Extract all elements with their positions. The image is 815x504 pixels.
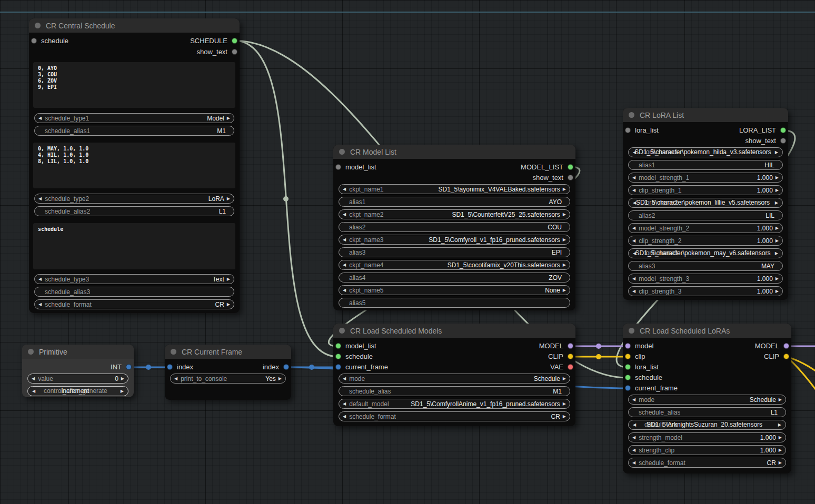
input-slot-dot-current_frame[interactable]	[625, 385, 631, 391]
output-slot-LORA_LIST[interactable]: LORA_LIST	[739, 125, 786, 135]
widget-model_strength_3[interactable]: ◀model_strength_31.000▶	[628, 274, 783, 284]
combo-right-arrow-icon[interactable]: ▶	[563, 286, 566, 295]
combo-right-arrow-icon[interactable]: ▶	[227, 300, 230, 309]
combo-right-arrow-icon[interactable]: ▶	[563, 374, 566, 383]
combo-right-arrow-icon[interactable]: ▶	[121, 387, 124, 396]
node-cr-load-scheduled-models[interactable]: CR Load Scheduled Modelsmodel_listschedu…	[333, 324, 575, 426]
combo-left-arrow-icon[interactable]: ◀	[632, 446, 635, 455]
node-primitive[interactable]: PrimitiveINT◀value0▶◀control_after_gener…	[22, 345, 134, 397]
widget-schedule_format[interactable]: ◀schedule_formatCR▶	[34, 299, 234, 309]
widget-strength_model[interactable]: ◀strength_model1.000▶	[628, 432, 786, 442]
node-collapse-dot[interactable]	[28, 349, 34, 355]
output-slot-CLIP[interactable]: CLIP	[548, 351, 573, 361]
widget-schedule_alias[interactable]: schedule_aliasL1	[628, 407, 786, 417]
input-slot-model_list[interactable]: model_list	[335, 162, 376, 172]
output-slot-dot-INT[interactable]	[126, 364, 132, 370]
output-slot-show_text[interactable]: show_text	[745, 135, 786, 146]
output-slot-MODEL[interactable]: MODEL	[539, 340, 573, 351]
widget-model_strength_2[interactable]: ◀model_strength_21.000▶	[628, 223, 783, 233]
input-slot-dot-model_list[interactable]	[335, 164, 341, 170]
combo-left-arrow-icon[interactable]: ◀	[343, 399, 346, 408]
combo-left-arrow-icon[interactable]: ◀	[633, 420, 636, 429]
node-cr-central-schedule[interactable]: CR Central SchedulescheduleSCHEDULEshow_…	[29, 18, 240, 313]
widget-alias5[interactable]: alias5	[339, 298, 570, 308]
widget-schedule_format[interactable]: ◀schedule_formatCR▶	[339, 411, 570, 421]
widget-clip_strength_3[interactable]: ◀clip_strength_31.000▶	[628, 286, 783, 296]
combo-left-arrow-icon[interactable]: ◀	[38, 300, 42, 309]
combo-left-arrow-icon[interactable]: ◀	[632, 173, 635, 182]
node-title-bar[interactable]: CR Central Schedule	[29, 18, 240, 33]
combo-right-arrow-icon[interactable]: ▶	[563, 185, 566, 194]
combo-right-arrow-icon[interactable]: ▶	[227, 114, 230, 123]
widget-alias2[interactable]: alias2COU	[339, 222, 570, 232]
output-slot-dot-CLIP[interactable]	[568, 354, 573, 359]
widget-ckpt_name3[interactable]: ◀ckpt_name3SD1_5\Comfyroll_v1_fp16_prune…	[339, 235, 570, 245]
widget-alias3[interactable]: alias3MAY	[628, 261, 783, 271]
combo-right-arrow-icon[interactable]: ▶	[563, 210, 566, 219]
combo-left-arrow-icon[interactable]: ◀	[343, 185, 346, 194]
combo-right-arrow-icon[interactable]: ▶	[563, 235, 566, 244]
combo-left-arrow-icon[interactable]: ◀	[343, 260, 346, 269]
output-slot-INT[interactable]: INT	[111, 361, 132, 372]
combo-right-arrow-icon[interactable]: ▶	[279, 374, 282, 383]
combo-left-arrow-icon[interactable]: ◀	[633, 198, 636, 207]
widget-mode[interactable]: ◀modeSchedule▶	[339, 374, 570, 384]
output-slot-show_text[interactable]: show_text	[196, 46, 237, 57]
output-slot-dot-show_text[interactable]	[232, 49, 237, 55]
node-cr-lora-list[interactable]: CR LoRA Listlora_listLORA_LISTshow_text◀…	[623, 108, 788, 300]
input-slot-current_frame[interactable]: current_frame	[625, 382, 678, 393]
node-title-bar[interactable]: CR Model List	[333, 145, 575, 159]
widget-clip_strength_2[interactable]: ◀clip_strength_21.000▶	[628, 236, 783, 246]
widget-lora_name2[interactable]: ◀lora_name2SD1_5\character\pokemon_lilli…	[628, 198, 783, 208]
input-slot-index[interactable]: index	[167, 361, 193, 372]
output-slot-index[interactable]: index	[263, 361, 289, 372]
textarea-cr-central-schedule-6[interactable]: schedule	[33, 223, 235, 269]
input-slot-lora_list[interactable]: lora_list	[625, 361, 659, 372]
combo-right-arrow-icon[interactable]: ▶	[563, 260, 566, 269]
combo-left-arrow-icon[interactable]: ◀	[38, 194, 42, 203]
widget-lora_name1[interactable]: ◀lora_name1SD1_5\character\pokemon_hilda…	[628, 147, 783, 157]
combo-left-arrow-icon[interactable]: ◀	[32, 374, 35, 383]
output-slot-dot-show_text[interactable]	[568, 175, 573, 180]
widget-mode[interactable]: ◀modeSchedule▶	[628, 395, 786, 405]
widget-alias3[interactable]: alias3EPI	[339, 247, 570, 257]
node-title-bar[interactable]: CR Current Frame	[165, 345, 291, 359]
widget-clip_strength_1[interactable]: ◀clip_strength_11.000▶	[628, 185, 783, 195]
node-title-bar[interactable]: CR Load Scheduled LoRAs	[623, 324, 791, 338]
input-slot-lora_list[interactable]: lora_list	[625, 125, 659, 135]
output-slot-dot-MODEL[interactable]	[568, 343, 573, 349]
combo-right-arrow-icon[interactable]: ▶	[775, 249, 778, 258]
combo-right-arrow-icon[interactable]: ▶	[775, 148, 778, 157]
input-slot-schedule[interactable]: schedule	[335, 351, 373, 361]
combo-right-arrow-icon[interactable]: ▶	[776, 236, 779, 245]
widget-ckpt_name1[interactable]: ◀ckpt_name1SD1_5\ayonimix_V4VAEBaked.saf…	[339, 184, 570, 194]
combo-right-arrow-icon[interactable]: ▶	[563, 412, 566, 421]
widget-lora_name3[interactable]: ◀lora_name3SD1_5\character\pokemon_may_v…	[628, 248, 783, 258]
combo-left-arrow-icon[interactable]: ◀	[632, 274, 635, 283]
output-slot-dot-MODEL[interactable]	[783, 343, 789, 349]
combo-left-arrow-icon[interactable]: ◀	[632, 458, 635, 467]
combo-left-arrow-icon[interactable]: ◀	[632, 236, 635, 245]
input-slot-dot-model[interactable]	[625, 343, 631, 349]
input-slot-dot-schedule[interactable]	[335, 354, 341, 359]
input-slot-dot-index[interactable]	[167, 364, 173, 370]
combo-right-arrow-icon[interactable]: ▶	[121, 374, 124, 383]
combo-right-arrow-icon[interactable]: ▶	[776, 224, 779, 233]
combo-right-arrow-icon[interactable]: ▶	[776, 186, 779, 195]
output-slot-dot-CLIP[interactable]	[783, 354, 789, 359]
combo-left-arrow-icon[interactable]: ◀	[632, 224, 635, 233]
input-slot-dot-lora_list[interactable]	[625, 127, 631, 133]
combo-left-arrow-icon[interactable]: ◀	[343, 374, 346, 383]
widget-default_lora[interactable]: ◀default_loraSD1_5\ArknightsSuzuran_20.s…	[628, 420, 786, 430]
combo-left-arrow-icon[interactable]: ◀	[38, 275, 42, 284]
widget-schedule_type2[interactable]: ◀schedule_type2LoRA▶	[34, 194, 234, 204]
node-title-bar[interactable]: Primitive	[22, 345, 134, 359]
combo-left-arrow-icon[interactable]: ◀	[32, 387, 35, 396]
node-collapse-dot[interactable]	[171, 349, 176, 355]
widget-schedule_alias3[interactable]: schedule_alias3	[34, 287, 234, 297]
output-slot-SCHEDULE[interactable]: SCHEDULE	[190, 35, 237, 46]
output-slot-dot-LORA_LIST[interactable]	[780, 127, 786, 133]
widget-schedule_alias[interactable]: schedule_aliasM1	[339, 386, 570, 396]
input-slot-clip[interactable]: clip	[625, 351, 645, 361]
combo-left-arrow-icon[interactable]: ◀	[174, 374, 177, 383]
